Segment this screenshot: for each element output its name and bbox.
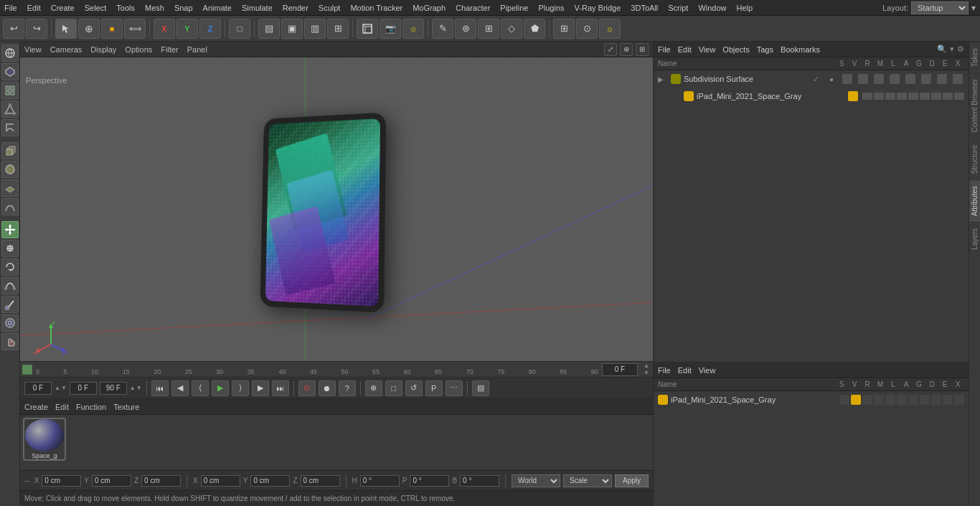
menu-file[interactable]: File <box>4 4 17 12</box>
side-tab-content[interactable]: Content Browser <box>969 72 980 138</box>
paint-tool-left[interactable] <box>1 296 19 313</box>
spline-tool[interactable] <box>1 277 19 294</box>
pen-tool-button[interactable]: ✎ <box>432 19 453 39</box>
side-tab-takes[interactable]: Takes <box>969 42 980 72</box>
coord-p-input[interactable] <box>410 475 449 487</box>
menu-select[interactable]: Select <box>85 4 107 12</box>
go-end-button[interactable]: ⏭ <box>272 380 289 396</box>
layout-select[interactable]: Startup <box>911 1 969 14</box>
timeline-down-arrow[interactable]: ▼ <box>640 370 653 376</box>
preview-start-input[interactable] <box>70 382 97 395</box>
coord-y2-input[interactable] <box>250 475 290 487</box>
viewport-menu-cameras[interactable]: Cameras <box>50 45 83 54</box>
preview-end-input[interactable] <box>100 382 127 395</box>
motion-move-button[interactable]: ⊕ <box>365 380 382 396</box>
viewport-menu-filter[interactable]: Filter <box>161 45 178 54</box>
select-tool-button[interactable] <box>55 19 77 39</box>
viewport-canvas[interactable]: Perspective <box>20 57 653 361</box>
obj-mgr-objects[interactable]: Objects <box>722 45 749 54</box>
attr-view[interactable]: View <box>699 366 716 375</box>
mat-menu-texture[interactable]: Texture <box>113 403 139 411</box>
col-m-sub[interactable] <box>858 74 868 84</box>
viewport-menu-options[interactable]: Options <box>125 45 152 54</box>
ipad-col-6[interactable] <box>920 93 930 100</box>
ipad-col-8[interactable] <box>943 93 953 100</box>
motion-dots-button[interactable]: ⋯ <box>446 380 463 396</box>
preview-button[interactable]: ☼ <box>599 19 621 39</box>
motion-scale-button[interactable]: □ <box>385 380 402 396</box>
y-axis-button[interactable]: Y <box>176 19 198 39</box>
x-axis-button[interactable]: X <box>154 19 175 39</box>
world-dropdown[interactable]: World <box>512 474 560 487</box>
apply-button[interactable]: Apply <box>615 474 649 487</box>
rotate-tool-button[interactable]: ■ <box>101 19 123 39</box>
play-button[interactable]: ▶ <box>212 380 229 396</box>
menu-character[interactable]: Character <box>456 4 490 12</box>
attr-icon-3[interactable] <box>862 395 872 405</box>
col-g-sub[interactable] <box>905 74 915 84</box>
viewport-menu-view[interactable]: View <box>24 45 42 54</box>
menu-script[interactable]: Script <box>668 4 688 12</box>
object-row-ipad[interactable]: . iPad_Mini_2021_Space_Gray <box>654 88 969 105</box>
object-row-subdivision[interactable]: ▶ Subdivision Surface ✓ ● <box>654 70 969 88</box>
plane-primitive[interactable] <box>1 179 19 197</box>
go-start-button[interactable]: ⏮ <box>151 380 169 396</box>
start-frame-arrows[interactable]: ▲ ▼ <box>55 385 67 391</box>
prev-keyframe-button[interactable]: ⟨ <box>192 380 209 396</box>
uv-edit[interactable] <box>1 119 19 136</box>
col-l-sub[interactable] <box>874 74 884 84</box>
menu-create[interactable]: Create <box>51 4 75 12</box>
light-button[interactable]: ☼ <box>402 19 424 39</box>
prev-frame-button[interactable]: ◀ <box>171 380 189 396</box>
coord-z-input[interactable] <box>141 475 181 487</box>
col-e-sub[interactable] <box>937 74 947 84</box>
ipad-color-swatch[interactable] <box>848 91 858 101</box>
timeline-ruler[interactable]: 0 5 10 15 20 25 30 35 40 45 50 55 <box>34 362 600 377</box>
coord-x2-input[interactable] <box>201 475 240 487</box>
mat-menu-edit[interactable]: Edit <box>55 403 69 411</box>
bezier-tool[interactable] <box>1 198 19 215</box>
menu-animate[interactable]: Animate <box>203 4 232 12</box>
end-down[interactable]: ▼ <box>136 385 142 391</box>
mat-menu-function[interactable]: Function <box>76 403 106 411</box>
auto-key-button[interactable]: ⏺ <box>319 380 336 396</box>
menu-edit[interactable]: Edit <box>27 4 41 12</box>
menu-mesh[interactable]: Mesh <box>145 4 164 12</box>
end-up[interactable]: ▲ <box>130 385 136 391</box>
col-d-sub[interactable] <box>921 74 931 84</box>
attr-icon-10[interactable] <box>943 395 953 405</box>
next-keyframe-button[interactable]: ⟩ <box>232 380 249 396</box>
vis-icon-sub[interactable]: ● <box>825 75 838 83</box>
render-region-button[interactable]: ▤ <box>258 19 280 39</box>
attr-icon-1[interactable] <box>839 395 849 405</box>
cube-primitive[interactable] <box>1 142 19 159</box>
ipad-col-1[interactable] <box>862 93 872 100</box>
move-tool-left[interactable] <box>1 221 19 238</box>
attr-object-row-ipad[interactable]: iPad_Mini_2021_Space_Gray <box>654 391 969 408</box>
scale-dropdown[interactable]: Scale <box>563 474 612 487</box>
col-a-sub[interactable] <box>890 74 900 84</box>
vp-grid-icon[interactable]: ⊞ <box>636 43 649 56</box>
menu-motion-tracker[interactable]: Motion Tracker <box>350 4 402 12</box>
coord-x-input[interactable] <box>42 475 81 487</box>
timeline-up-arrow[interactable]: ▲ <box>640 362 653 369</box>
attr-icon-9[interactable] <box>931 395 941 405</box>
mode-object[interactable] <box>1 44 19 62</box>
view-cube-front[interactable] <box>357 19 378 39</box>
attr-icon-6[interactable] <box>897 395 907 405</box>
side-tab-layers[interactable]: Layers <box>969 222 980 256</box>
obj-mgr-view[interactable]: View <box>699 45 716 54</box>
menu-sculpt[interactable]: Sculpt <box>319 4 341 12</box>
viewport-menu-panel[interactable]: Panel <box>187 45 207 54</box>
timeline-position-marker[interactable] <box>22 365 32 375</box>
menu-snap[interactable]: Snap <box>174 4 193 12</box>
smooth-tool[interactable] <box>1 314 19 332</box>
attr-icon-5[interactable] <box>885 395 895 405</box>
coord-b-input[interactable] <box>460 475 499 487</box>
menu-3dtoall[interactable]: 3DToAll <box>631 4 658 12</box>
col-x-sub[interactable] <box>953 74 963 84</box>
move-tool-button[interactable]: ⊕ <box>78 19 100 39</box>
attr-icon-11[interactable] <box>954 395 964 405</box>
render-viewport-button[interactable]: ▣ <box>281 19 303 39</box>
deformer-button[interactable]: ◇ <box>501 19 522 39</box>
